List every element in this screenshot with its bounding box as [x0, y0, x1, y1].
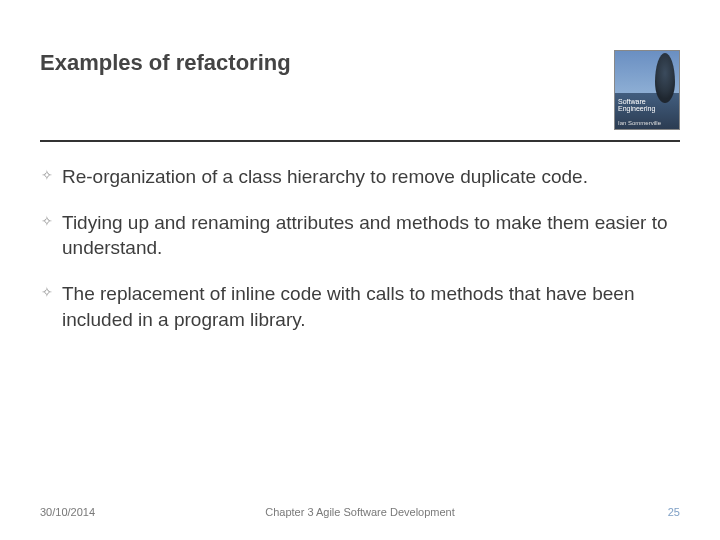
- slide-title: Examples of refactoring: [40, 50, 291, 76]
- footer-date: 30/10/2014: [40, 506, 95, 518]
- header: Examples of refactoring Software Enginee…: [40, 50, 680, 130]
- bullet-item: ✧ The replacement of inline code with ca…: [40, 281, 680, 332]
- bullet-text: Tidying up and renaming attributes and m…: [62, 210, 680, 261]
- bullet-item: ✧ Re-organization of a class hierarchy t…: [40, 164, 680, 190]
- diamond-icon: ✧: [40, 168, 54, 182]
- book-cover-image: Software Engineering Ian Sommerville: [614, 50, 680, 130]
- slide: Examples of refactoring Software Enginee…: [0, 0, 720, 540]
- book-author: Ian Sommerville: [618, 120, 661, 126]
- body: ✧ Re-organization of a class hierarchy t…: [40, 164, 680, 352]
- diamond-icon: ✧: [40, 285, 54, 299]
- book-title: Software Engineering: [618, 98, 655, 113]
- bullet-item: ✧ Tidying up and renaming attributes and…: [40, 210, 680, 261]
- bullet-text: The replacement of inline code with call…: [62, 281, 680, 332]
- divider-line: [40, 140, 680, 142]
- bullet-text: Re-organization of a class hierarchy to …: [62, 164, 588, 190]
- book-building: [655, 53, 675, 103]
- book-title-line1: Software: [618, 98, 646, 105]
- diamond-icon: ✧: [40, 214, 54, 228]
- footer: 30/10/2014 25: [40, 506, 680, 518]
- page-number: 25: [668, 506, 680, 518]
- book-title-line2: Engineering: [618, 105, 655, 112]
